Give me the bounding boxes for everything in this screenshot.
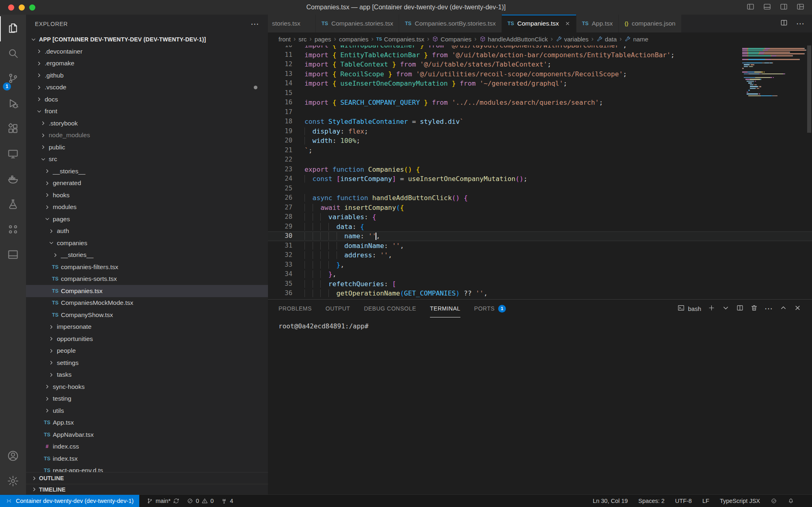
tab-stories.tsx[interactable]: stories.tsx xyxy=(268,15,316,32)
breadcrumb-handleAddButtonClick[interactable]: handleAddButtonClick xyxy=(479,36,548,43)
tree-item-companies[interactable]: companies xyxy=(26,237,268,249)
eol-selector[interactable]: LF xyxy=(702,498,709,504)
code-line-21[interactable]: 21`; xyxy=(268,146,812,155)
tree-item-auth[interactable]: auth xyxy=(26,225,268,237)
split-editor-icon[interactable] xyxy=(780,19,788,28)
tree-item-.github[interactable]: .github xyxy=(26,69,268,82)
code-line-32[interactable]: 32 address: '', xyxy=(268,250,812,260)
timeline-section-header[interactable]: TIMELINE xyxy=(26,484,268,494)
tree-item-docs[interactable]: docs xyxy=(26,93,268,106)
code-line-33[interactable]: 33 }, xyxy=(268,260,812,270)
tree-item-CompanyShow.tsx[interactable]: TSCompanyShow.tsx xyxy=(26,309,268,321)
panel-more-actions-icon[interactable]: ⋯ xyxy=(764,304,773,313)
tree-item-generated[interactable]: generated xyxy=(26,177,268,190)
activity-item-remote-explorer[interactable] xyxy=(0,142,26,167)
layout-sidebar-icon[interactable] xyxy=(746,2,755,13)
editor-more-actions-icon[interactable]: ⋯ xyxy=(796,19,805,28)
activity-item-search[interactable] xyxy=(0,41,26,67)
layout-sidebar-right-icon[interactable] xyxy=(780,2,788,13)
tree-item-index.tsx[interactable]: TSindex.tsx xyxy=(26,453,268,465)
terminal-dropdown-icon[interactable] xyxy=(722,304,730,313)
breadcrumb-src[interactable]: src xyxy=(298,36,307,43)
tree-item-react-app-env.d.ts[interactable]: TSreact-app-env.d.ts xyxy=(26,465,268,472)
code-line-34[interactable]: 34 }, xyxy=(268,270,812,279)
tree-item-__stories__[interactable]: __stories__ xyxy=(26,165,268,177)
workspace-section-header[interactable]: APP [CONTAINER DEV-TWENTY-DEV (DEV-TWENT… xyxy=(26,33,268,45)
breadcrumb-Companies[interactable]: Companies xyxy=(432,36,471,43)
tree-item-opportunities[interactable]: opportunities xyxy=(26,333,268,345)
tab-Companies.tsx[interactable]: TS Companies.tsx xyxy=(502,15,577,32)
activity-item-testing[interactable] xyxy=(0,192,26,218)
tree-item-CompaniesMockMode.tsx[interactable]: TSCompaniesMockMode.tsx xyxy=(26,297,268,309)
breadcrumb-data[interactable]: data xyxy=(596,36,617,43)
maximize-panel-icon[interactable] xyxy=(780,304,787,313)
forwarded-ports[interactable]: 4 xyxy=(221,498,233,504)
tree-item-settings[interactable]: settings xyxy=(26,357,268,369)
close-panel-icon[interactable] xyxy=(794,304,801,313)
code-line-35[interactable]: 35 refetchQueries: [ xyxy=(268,279,812,289)
code-line-15[interactable]: 15 xyxy=(268,88,812,98)
tree-item-__stories__[interactable]: __stories__ xyxy=(26,249,268,261)
activity-item-source-control[interactable]: 1 xyxy=(0,67,26,92)
activity-item-run-debug[interactable] xyxy=(0,92,26,117)
notifications-bell-icon[interactable] xyxy=(788,498,794,504)
code-line-25[interactable]: 25 xyxy=(268,184,812,194)
code-line-12[interactable]: 12import { TableContext } from '@/ui/tab… xyxy=(268,60,812,69)
minimap[interactable] xyxy=(742,45,806,299)
tree-item-App.tsx[interactable]: TSApp.tsx xyxy=(26,417,268,429)
code-line-17[interactable]: 17 xyxy=(268,108,812,117)
activity-item-settings[interactable] xyxy=(0,469,26,494)
code-line-28[interactable]: 28 variables: { xyxy=(268,212,812,222)
tree-item-people[interactable]: people xyxy=(26,345,268,357)
remote-indicator[interactable]: Container dev-twenty-dev (dev-twenty-dev… xyxy=(0,495,139,507)
zoom-window-button[interactable] xyxy=(29,4,35,11)
activity-item-panel-preview[interactable] xyxy=(0,243,26,268)
tree-item-modules[interactable]: modules xyxy=(26,201,268,214)
new-terminal-icon[interactable] xyxy=(708,304,715,313)
cursor-position[interactable]: Ln 30, Col 19 xyxy=(593,498,628,504)
tree-item-front[interactable]: front xyxy=(26,106,268,118)
kill-terminal-icon[interactable] xyxy=(750,304,758,313)
tree-item-companies-filters.tsx[interactable]: TScompanies-filters.tsx xyxy=(26,261,268,273)
tree-item-testing[interactable]: testing xyxy=(26,393,268,405)
code-line-20[interactable]: 20 width: 100%; xyxy=(268,136,812,146)
formatter-status-icon[interactable] xyxy=(771,498,777,504)
tree-item-impersonate[interactable]: impersonate xyxy=(26,321,268,333)
tab-Companies.stories.tsx[interactable]: TS Companies.stories.tsx xyxy=(316,15,399,32)
scrollbar-thumb[interactable] xyxy=(807,45,811,133)
code-editor[interactable]: 10import { WithTopBarContainer } from '@… xyxy=(268,45,812,299)
activity-item-extensions[interactable] xyxy=(0,117,26,142)
panel-tab-OUTPUT[interactable]: OUTPUT xyxy=(326,300,350,317)
tree-item-pages[interactable]: pages xyxy=(26,213,268,225)
tree-item-.ergomake[interactable]: .ergomake xyxy=(26,58,268,70)
panel-tab-TERMINAL[interactable]: TERMINAL xyxy=(430,300,460,317)
close-tab-icon[interactable] xyxy=(565,21,570,26)
code-line-24[interactable]: 24 const [insertCompany] = useInsertOneC… xyxy=(268,174,812,184)
panel-tab-PROBLEMS[interactable]: PROBLEMS xyxy=(279,300,312,317)
explorer-more-actions-icon[interactable]: ⋯ xyxy=(251,19,259,29)
code-line-18[interactable]: 18const StyledTableContainer = styled.di… xyxy=(268,117,812,127)
activity-item-organization[interactable] xyxy=(0,218,26,243)
tree-item-src[interactable]: src xyxy=(26,153,268,166)
breadcrumb-variables[interactable]: variables xyxy=(556,36,589,43)
code-line-31[interactable]: 31 domainName: '', xyxy=(268,241,812,251)
code-line-13[interactable]: 13import { RecoilScope } from '@/ui/util… xyxy=(268,69,812,79)
breadcrumb-companies[interactable]: companies xyxy=(339,36,369,43)
split-terminal-icon[interactable] xyxy=(736,304,744,313)
shell-selector[interactable]: bash xyxy=(677,304,701,313)
activity-item-accounts[interactable] xyxy=(0,444,26,469)
code-line-10[interactable]: 10import { WithTopBarContainer } from '@… xyxy=(268,45,812,50)
tree-item-utils[interactable]: utils xyxy=(26,405,268,417)
layout-customize-icon[interactable] xyxy=(796,2,805,13)
tree-item-companies-sorts.tsx[interactable]: TScompanies-sorts.tsx xyxy=(26,273,268,285)
tree-item-AppNavbar.tsx[interactable]: TSAppNavbar.tsx xyxy=(26,429,268,441)
code-line-26[interactable]: 26 async function handleAddButtonClick()… xyxy=(268,193,812,203)
tree-item-.vscode[interactable]: .vscode xyxy=(26,82,268,94)
breadcrumb-front[interactable]: front xyxy=(279,36,291,43)
code-line-36[interactable]: 36 getOperationName(GET_COMPANIES) ?? ''… xyxy=(268,289,812,298)
problems-summary[interactable]: 0 0 xyxy=(187,498,214,504)
editor-scrollbar[interactable] xyxy=(806,45,812,299)
minimize-window-button[interactable] xyxy=(19,4,25,11)
tree-item-Companies.tsx[interactable]: TSCompanies.tsx xyxy=(26,285,268,297)
code-line-14[interactable]: 14import { useInsertOneCompanyMutation }… xyxy=(268,79,812,88)
